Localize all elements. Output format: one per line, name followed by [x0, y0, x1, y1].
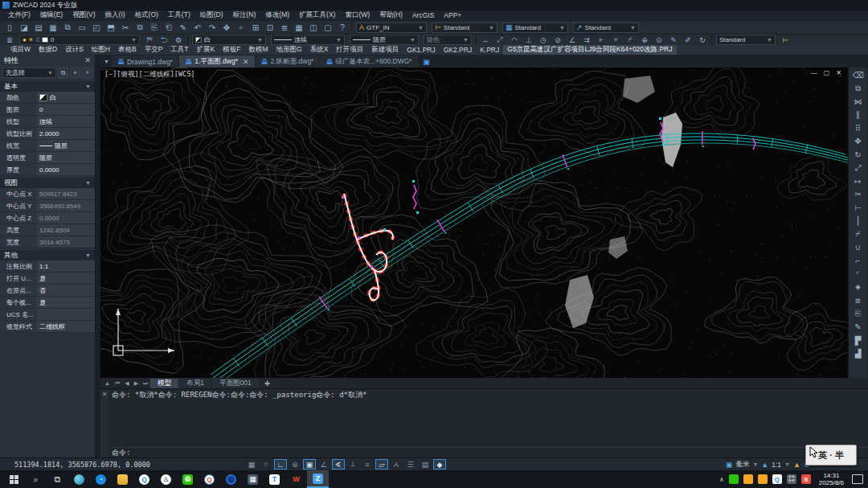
trim-icon[interactable]: ✂: [851, 188, 866, 202]
ordinate-dimension-icon[interactable]: ⊥: [522, 35, 536, 45]
project-menu-item[interactable]: G5京昆高速汉广扩容项目LJ9合同段K64+020改路.PRJ: [503, 45, 676, 55]
wechat-tray-icon[interactable]: [729, 474, 739, 484]
project-menu-item[interactable]: 设计S: [61, 45, 88, 55]
dimension-edit-icon[interactable]: ✎: [666, 35, 681, 45]
copy-icon[interactable]: ⧉: [851, 82, 866, 96]
move-icon[interactable]: ✥: [851, 135, 866, 149]
layer-combo[interactable]: ● ☀ ⚿ 0 ▼: [19, 35, 140, 45]
property-row[interactable]: 厚度0.0000: [0, 164, 95, 176]
property-value[interactable]: [37, 309, 95, 320]
property-row[interactable]: 视觉样式二维线框: [0, 321, 95, 333]
property-row[interactable]: 打开 U...是: [0, 273, 95, 285]
copy-nested-icon[interactable]: ⧈: [851, 294, 866, 308]
paste-icon[interactable]: ⎘: [147, 22, 162, 34]
property-value[interactable]: 随层: [37, 140, 95, 151]
selection-cycling-toggle[interactable]: ☰: [404, 459, 417, 470]
calculator-button[interactable]: ▦: [242, 470, 264, 488]
extend-icon[interactable]: ⊢: [851, 201, 866, 215]
dim-style-combo-2[interactable]: Standard ▼: [716, 35, 776, 45]
angle-snap-toggle[interactable]: ∠: [317, 459, 330, 470]
stretch-icon[interactable]: ↦: [851, 174, 866, 188]
angular-dimension-icon[interactable]: ∠: [565, 35, 579, 45]
project-menu-item[interactable]: K.PRJ: [476, 46, 503, 54]
text-style-combo[interactable]: A GTF_IN ▼: [356, 23, 427, 33]
project-menu-item[interactable]: 扩展K: [193, 45, 219, 55]
dimension-text-edit-icon[interactable]: ✐: [681, 35, 695, 45]
property-row[interactable]: 高度1242.8504: [0, 224, 95, 236]
property-value[interactable]: 0: [37, 104, 95, 115]
property-row[interactable]: 颜色白: [0, 92, 95, 104]
menu-item[interactable]: 绘图(D): [195, 10, 228, 20]
menu-item[interactable]: 窗口(W): [340, 10, 375, 20]
close-icon[interactable]: ✕: [84, 56, 91, 64]
diameter-dimension-icon[interactable]: ⊘: [551, 35, 565, 45]
project-menu-item[interactable]: 平交P: [141, 45, 167, 55]
project-menu-item[interactable]: 系统X: [306, 45, 333, 55]
property-row[interactable]: 中心点 X509917.8423: [0, 188, 95, 200]
property-value[interactable]: 否: [37, 285, 95, 296]
color-combo[interactable]: 白 ▼: [192, 35, 266, 45]
quick-dimension-icon[interactable]: ⇉: [579, 35, 594, 45]
layout-tab-model[interactable]: 模型: [150, 379, 178, 388]
annotation-scale-value[interactable]: 1:1: [772, 461, 781, 469]
zoom-object-icon[interactable]: ⊡: [263, 22, 277, 34]
break-icon[interactable]: ⌿: [851, 228, 866, 241]
wechat-button[interactable]: ⦾: [177, 470, 199, 488]
mirror-icon[interactable]: ⋈: [851, 95, 866, 109]
property-row[interactable]: 图层0: [0, 104, 95, 116]
new-icon[interactable]: ▯: [2, 22, 17, 34]
property-value[interactable]: 3014.4573: [37, 236, 95, 248]
viewport-panel-icon[interactable]: ◫: [306, 22, 321, 34]
wangwang2-tray-icon[interactable]: [758, 474, 768, 484]
property-value[interactable]: 1242.8504: [37, 224, 95, 236]
project-menu-item[interactable]: 绘图H: [88, 45, 114, 55]
save-icon[interactable]: ▤: [31, 22, 46, 34]
tolerance-icon[interactable]: ⊕: [637, 35, 652, 45]
lineweight-combo[interactable]: 随层 ▼: [350, 35, 419, 45]
property-row[interactable]: UCS 名...: [0, 309, 95, 321]
property-value[interactable]: 连续: [37, 116, 95, 127]
ortho-toggle[interactable]: ∟: [274, 459, 287, 470]
property-value[interactable]: 2.0000: [37, 128, 95, 139]
property-value[interactable]: 二维线框: [37, 321, 95, 332]
menu-item[interactable]: APP+: [439, 11, 466, 19]
break-at-point-icon[interactable]: ⎮: [851, 215, 866, 228]
property-value[interactable]: 0.0000: [37, 164, 95, 175]
search-button[interactable]: ⌕: [25, 470, 47, 488]
close-icon[interactable]: ✕: [102, 391, 108, 457]
property-value[interactable]: 0.0000: [37, 212, 95, 223]
help-icon[interactable]: ?: [335, 22, 350, 34]
property-value[interactable]: 是: [37, 273, 95, 284]
menu-item[interactable]: ArcGIS: [407, 11, 439, 19]
property-row[interactable]: 中心点 Z0.0000: [0, 212, 95, 224]
task-view-button[interactable]: ⧉: [47, 470, 68, 488]
chamfer-icon[interactable]: ⌐: [851, 254, 866, 268]
lineweight-display-toggle[interactable]: ≡: [361, 459, 374, 470]
layout-tab-plan001[interactable]: 平面图001: [212, 379, 259, 388]
property-row[interactable]: 透明度随层: [0, 152, 95, 164]
restore-icon[interactable]: ▢: [824, 69, 830, 76]
draw-order-front-icon[interactable]: ▛: [851, 334, 866, 347]
next-tab-icon[interactable]: ▶: [132, 380, 141, 387]
dimension-style-manager-icon[interactable]: ⊢: [778, 35, 792, 45]
property-value[interactable]: 是: [37, 297, 95, 308]
blue-app-button[interactable]: ◔: [90, 470, 112, 488]
command-panel-grip[interactable]: ✕: [100, 389, 108, 457]
project-menu-item[interactable]: GK2.PRJ: [440, 46, 476, 54]
menu-item[interactable]: 插入(I): [100, 10, 130, 20]
quick-select-icon[interactable]: ⚡: [82, 68, 92, 78]
clean-screen-icon[interactable]: ▢: [321, 22, 335, 34]
quick-properties-toggle[interactable]: ▤: [419, 459, 432, 470]
save-all-icon[interactable]: ▦: [46, 22, 60, 34]
tab-list-dropdown-icon[interactable]: ▼: [101, 55, 112, 68]
project-menu-item[interactable]: 项目W: [6, 45, 35, 55]
scale-icon[interactable]: ⤢: [851, 162, 866, 175]
radius-dimension-icon[interactable]: ◷: [536, 35, 551, 45]
project-menu-item[interactable]: 打开项目: [332, 45, 367, 55]
sogou-s-tray-icon[interactable]: S: [801, 474, 811, 484]
command-history[interactable]: 命令: *取消*命令: REREGEN命令:命令:命令: _pasteorig命…: [108, 389, 868, 457]
property-row[interactable]: 线宽随层: [0, 140, 95, 152]
prev-tab-icon[interactable]: ◀: [122, 380, 131, 387]
doc-tab-plan-active[interactable]: 🖶 1.平面图.dwg* ✕: [179, 55, 254, 68]
layer-properties-icon[interactable]: ≣: [2, 35, 17, 45]
